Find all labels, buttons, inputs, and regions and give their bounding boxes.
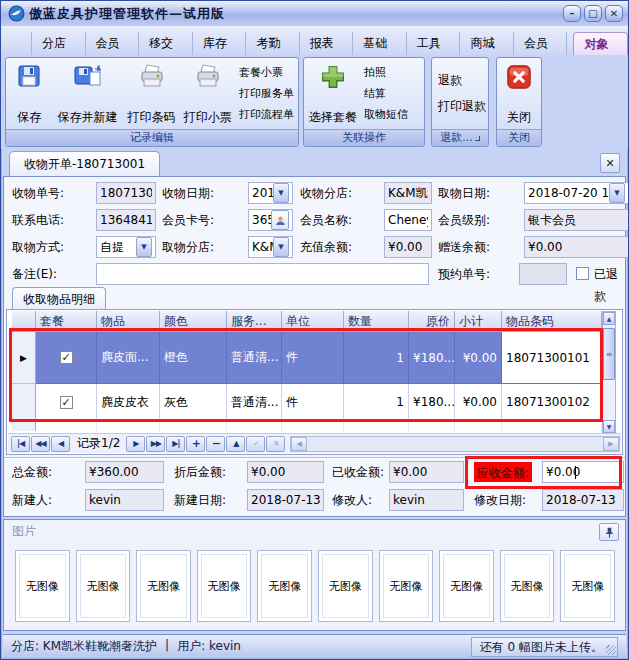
pickup-date-field[interactable]: 2018-07-20 11:▼ [524,182,629,204]
picture-slot[interactable]: 无图像 [136,550,191,622]
minimize-button[interactable]: – [563,5,581,22]
refund-button[interactable]: 退款 [438,72,486,89]
cell-subtotal[interactable]: ¥0.00 [455,384,502,421]
picture-slot[interactable]: 无图像 [560,550,615,622]
tab-reports[interactable]: 报表中 [300,32,354,55]
cell-color[interactable]: 灰色 [160,384,227,421]
grid-header-unit[interactable]: 单位 [282,311,344,332]
grid-header-package[interactable]: 套餐 [36,311,97,332]
close-form-button[interactable]: 关闭 [498,60,540,127]
grid-header-subtotal[interactable]: 小计 [455,311,502,332]
grid-header-qty[interactable]: 数量 [344,311,409,332]
tab-transfer[interactable]: 移交物 [139,32,193,55]
chevron-down-icon[interactable]: ▼ [273,183,289,203]
nav-next-page-button[interactable]: ▶▶ [146,436,165,452]
receipt-date-field[interactable]: 2018▼ [248,182,293,204]
picture-slot[interactable]: 无图像 [197,550,252,622]
nav-prev-page-button[interactable]: ◀◀ [31,436,50,452]
cell-price[interactable]: ¥180... [409,332,455,384]
pickup-store-field[interactable]: K&M▼ [248,236,293,258]
nav-cancel-button[interactable]: ✕ [266,436,285,452]
cell-item[interactable]: 麂皮面... [97,332,160,384]
cell-qty[interactable]: 1 [344,332,409,384]
grid-vertical-scrollbar[interactable]: ▲ ≡ ▼ [602,311,616,434]
tab-store-receive[interactable]: 分店收 [31,32,86,55]
detail-items-tab[interactable]: 收取物品明细 [12,287,106,310]
grid-horizontal-scrollbar[interactable]: ◀ ▶ [290,436,620,452]
member-name-field[interactable]: Cheney [384,209,432,231]
cell-qty[interactable]: 1 [344,384,409,421]
tab-basic-data[interactable]: 基础资 [353,32,407,55]
picture-slot[interactable]: 无图像 [379,550,434,622]
member-lookup-button[interactable] [271,210,289,230]
grid-row-1[interactable]: ▶ ✓ 麂皮面... 橙色 普通清... 件 1 ¥180... ¥0.00 1… [12,332,602,384]
picture-slot[interactable]: 无图像 [500,550,555,622]
select-package-button[interactable]: 选择套餐 [305,60,361,127]
scroll-left-icon[interactable]: ◀ [291,437,307,451]
nav-prev-button[interactable]: ◀ [51,436,70,452]
grid-header-price[interactable]: 原价 [409,311,455,332]
resize-grip[interactable] [606,645,616,655]
chevron-down-icon[interactable]: ▼ [273,237,289,257]
refunded-checkbox[interactable] [576,267,589,280]
phone-field[interactable]: 13648416 [96,209,156,231]
tab-tools[interactable]: 工具面 [407,32,461,55]
cell-service[interactable]: 普通清... [227,384,282,421]
grid-header-service[interactable]: 服务... [227,311,282,332]
print-refund-button[interactable]: 打印退款 [438,98,486,115]
package-receipt-button[interactable]: 套餐小票 [239,65,294,80]
cell-item[interactable]: 麂皮皮衣 [97,384,160,421]
grid-header-item[interactable]: 物品 [97,311,160,332]
nav-edit-button[interactable]: ▲ [226,436,245,452]
save-button[interactable]: 保存 [7,60,52,127]
tab-mall-settings[interactable]: 商城设 [460,32,514,55]
save-and-new-button[interactable]: 保存并新建 [52,60,124,127]
scrollbar-thumb[interactable]: ≡ [603,328,615,380]
nav-first-button[interactable]: |◀ [11,436,30,452]
grid-header-barcode[interactable]: 物品条码 [502,311,602,332]
window-close-button[interactable]: ✕ [605,5,623,22]
cell-price[interactable]: ¥180... [409,384,455,421]
member-card-field[interactable]: 365 [248,209,293,231]
nav-last-button[interactable]: ▶| [166,436,185,452]
grid-row-2[interactable]: ✓ 麂皮皮衣 灰色 普通清... 件 1 ¥180... ¥0.00 18071… [12,384,602,421]
cell-barcode[interactable]: 18071300102 [502,384,602,421]
picture-slot[interactable]: 无图像 [318,550,373,622]
remark-input[interactable] [96,263,429,285]
receipt-no-field[interactable]: 18071300 [96,182,156,204]
print-service-sheet-button[interactable]: 打印服务单 [239,86,294,101]
scroll-down-icon[interactable]: ▼ [603,420,615,433]
tab-object-management[interactable]: 对象管 [573,32,628,55]
document-tab-receipt[interactable]: 收物开单-180713001 [9,151,160,176]
checked-checkbox[interactable]: ✓ [60,351,73,364]
picture-slot[interactable]: 无图像 [76,550,131,622]
receivable-amount-field[interactable]: ¥0.00 [542,461,624,483]
pickup-method-field[interactable]: 自提▼ [96,236,156,258]
tab-members[interactable]: 会员管 [86,32,140,55]
cell-service[interactable]: 普通清... [227,332,282,384]
maximize-button[interactable]: □ [584,5,602,22]
cell-unit[interactable]: 件 [282,332,344,384]
chevron-down-icon[interactable]: ▼ [609,183,625,203]
checked-checkbox[interactable]: ✓ [60,396,73,409]
cell-barcode[interactable]: 18071300101 [502,332,602,384]
picture-slot[interactable]: 无图像 [257,550,312,622]
nav-post-button[interactable]: ✓ [246,436,265,452]
print-barcode-button[interactable]: 打印条码 [123,60,179,127]
cell-color[interactable]: 橙色 [160,332,227,384]
print-receipt-button[interactable]: 打印小票 [180,60,236,127]
document-close-button[interactable]: ✕ [600,153,620,173]
tab-inventory[interactable]: 库存管 [193,32,247,55]
scroll-right-icon[interactable]: ▶ [603,437,619,451]
print-flow-sheet-button[interactable]: 打印流程单 [239,107,294,122]
nav-next-button[interactable]: ▶ [126,436,145,452]
grid-header-color[interactable]: 颜色 [160,311,227,332]
tab-attendance[interactable]: 考勤管 [246,32,300,55]
tab-member-activity[interactable]: 会员活 [514,32,568,55]
chevron-down-icon[interactable]: ▼ [136,237,152,257]
receipt-store-field[interactable]: K&M凯米 [384,182,432,204]
group-caption-refund[interactable]: 退款... [432,129,488,146]
cell-unit[interactable]: 件 [282,384,344,421]
nav-add-row-button[interactable]: + [186,436,205,452]
cell-subtotal[interactable]: ¥0.00 [455,332,502,384]
